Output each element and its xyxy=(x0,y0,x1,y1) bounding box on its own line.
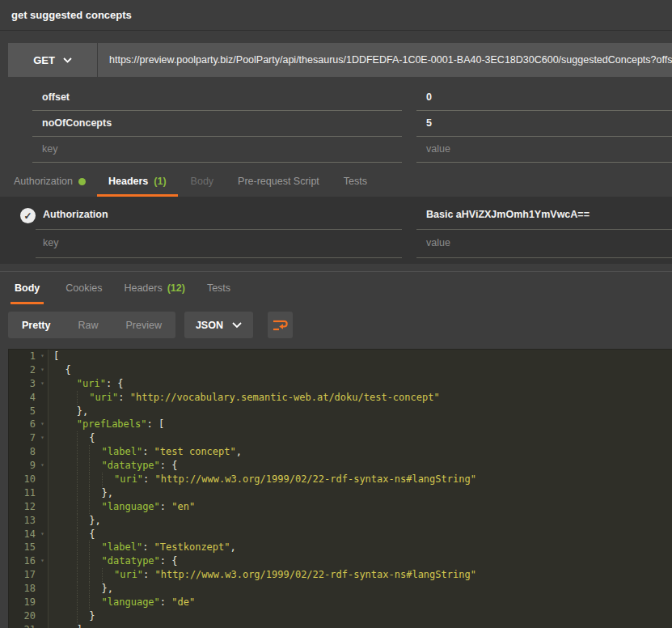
request-tabs: AuthorizationHeaders(1)BodyPre-request S… xyxy=(0,168,672,197)
chevron-down-icon xyxy=(63,57,72,63)
indent-guide xyxy=(77,459,89,473)
tab-label: Body xyxy=(191,176,214,187)
tab-pre-request-script[interactable]: Pre-request Script xyxy=(238,176,319,197)
indent-guide xyxy=(102,473,114,486)
code-line: 6▾"prefLabels": [ xyxy=(9,418,672,431)
view-preview-button[interactable]: Preview xyxy=(112,312,175,338)
header-key-input[interactable]: Authorization xyxy=(36,202,402,230)
fold-gutter xyxy=(37,514,49,528)
indent-guide xyxy=(53,609,65,623)
header-value-input[interactable]: Basic aHViZXJmOmh1YmVwcA== xyxy=(416,202,672,230)
url-input[interactable]: https://preview.poolparty.biz/PoolParty/… xyxy=(98,43,672,77)
indent-guide xyxy=(77,554,89,568)
param-value-input[interactable]: value xyxy=(416,137,672,163)
code-content: }, xyxy=(49,486,113,500)
view-mode-group: PrettyRawPreview xyxy=(8,312,175,338)
fold-toggle[interactable]: ▾ xyxy=(37,350,49,363)
indent-guide xyxy=(89,582,101,596)
line-number: 15 xyxy=(9,541,37,554)
fold-toggle[interactable]: ▾ xyxy=(37,459,49,473)
param-value-input[interactable]: 5 xyxy=(416,111,672,137)
header-value-input[interactable]: value xyxy=(416,230,672,258)
header-key-input[interactable]: key xyxy=(36,230,402,258)
code-content: { xyxy=(49,363,71,377)
fold-toggle[interactable]: ▾ xyxy=(37,528,49,541)
code-token: : xyxy=(143,569,154,580)
indent-guide xyxy=(65,445,76,459)
method-label: GET xyxy=(33,54,55,66)
code-token: : xyxy=(143,473,154,485)
code-token: : xyxy=(118,392,129,403)
code-line: 4"uri": "http://vocabulary.semantic-web.… xyxy=(9,391,672,405)
method-selector[interactable]: GET xyxy=(8,43,98,77)
code-token: "en" xyxy=(171,501,195,512)
indent-guide xyxy=(53,391,65,405)
fold-toggle[interactable]: ▾ xyxy=(37,418,49,431)
wrap-text-button[interactable] xyxy=(268,312,293,338)
indent-guide xyxy=(65,391,76,405)
indent-guide xyxy=(53,541,65,554)
code-token: "datatype" xyxy=(102,460,160,471)
fold-gutter xyxy=(37,596,49,609)
tab-body[interactable]: Body xyxy=(191,176,214,197)
fold-toggle[interactable]: ▾ xyxy=(37,554,49,568)
fold-toggle[interactable]: ▾ xyxy=(37,363,49,377)
fold-gutter xyxy=(37,609,49,623)
params-list: offset0noOfConcepts5keyvalue xyxy=(32,85,672,163)
code-token: : { xyxy=(106,378,124,389)
code-line: 12"language": "en" xyxy=(9,500,672,514)
param-key-input[interactable]: noOfConcepts xyxy=(32,111,402,137)
indent-guide xyxy=(65,609,76,623)
indent-guide xyxy=(53,473,65,486)
param-key-input[interactable]: key xyxy=(32,137,402,163)
code-token: "label" xyxy=(102,541,143,553)
indent-guide xyxy=(65,500,76,514)
code-content: }, xyxy=(49,405,88,418)
code-token: "language" xyxy=(102,596,160,608)
auth-status-dot xyxy=(78,178,86,185)
view-pretty-button[interactable]: Pretty xyxy=(8,312,64,338)
fold-gutter xyxy=(37,486,49,500)
fold-toggle[interactable]: ▾ xyxy=(37,431,49,445)
response-tab-cookies[interactable]: Cookies xyxy=(66,282,102,304)
code-token: "prefLabels" xyxy=(77,418,147,430)
fold-toggle[interactable]: ▾ xyxy=(37,377,49,391)
indent-guide xyxy=(53,500,65,514)
tab-label: Tests xyxy=(207,282,230,294)
line-number: 7 xyxy=(9,431,37,445)
code-token: }, xyxy=(89,515,100,526)
indent-guide xyxy=(77,500,89,514)
code-content: [ xyxy=(49,350,59,363)
fold-gutter xyxy=(37,623,49,628)
code-token: : xyxy=(160,596,171,608)
indent-guide xyxy=(53,623,65,628)
tab-tests[interactable]: Tests xyxy=(344,176,367,197)
indent-guide xyxy=(65,405,76,418)
tab-headers[interactable]: Headers(1) xyxy=(97,176,178,197)
header-row: ✓AuthorizationBasic aHViZXJmOmh1YmVwcA== xyxy=(0,202,672,230)
tab-authorization[interactable]: Authorization xyxy=(14,176,86,197)
response-tab-body[interactable]: Body xyxy=(11,282,44,304)
view-raw-button[interactable]: Raw xyxy=(64,312,112,338)
response-body-editor[interactable]: 1▾[2▾{3▾"uri": {4"uri": "http://vocabula… xyxy=(8,349,672,628)
param-value-input[interactable]: 0 xyxy=(416,85,672,111)
code-content: "uri": "http://vocabulary.semantic-web.a… xyxy=(49,391,440,405)
indent-guide xyxy=(65,623,76,628)
code-content: }, xyxy=(49,582,113,596)
response-tab-tests[interactable]: Tests xyxy=(207,282,230,304)
language-selector[interactable]: JSON xyxy=(184,312,253,338)
line-number: 11 xyxy=(9,486,37,500)
line-number: 2 xyxy=(9,363,37,377)
code-content: }, xyxy=(49,514,101,528)
header-enabled-checkbox[interactable]: ✓ xyxy=(20,208,36,223)
code-token: "uri" xyxy=(114,569,143,580)
code-line: 20} xyxy=(9,609,672,623)
indent-guide xyxy=(53,514,65,528)
wrap-text-icon xyxy=(273,319,288,332)
indent-guide xyxy=(53,377,65,391)
response-view-bar: PrettyRawPreview JSON xyxy=(8,312,672,338)
param-key-input[interactable]: offset xyxy=(32,85,402,111)
response-tab-headers[interactable]: Headers(12) xyxy=(124,282,184,304)
indent-guide xyxy=(77,528,89,541)
code-line: 1▾[ xyxy=(9,350,672,363)
